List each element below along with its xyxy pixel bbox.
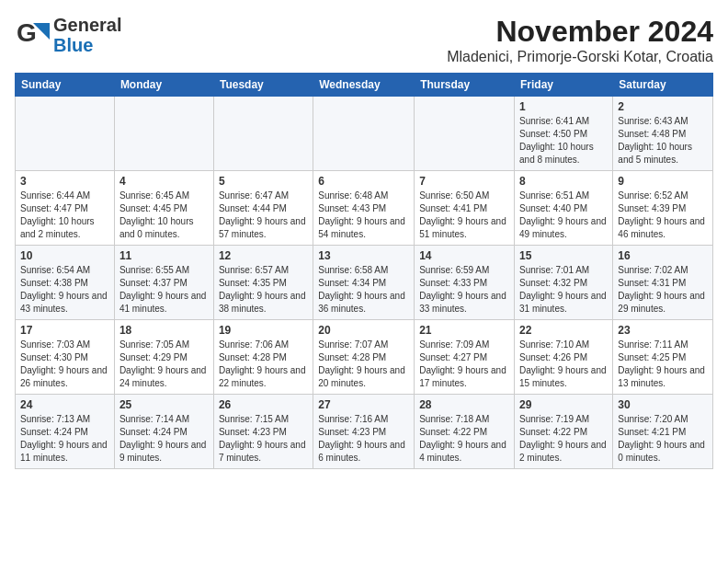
day-number: 9 [618, 175, 708, 188]
calendar-day-cell [114, 97, 213, 171]
day-number: 24 [20, 398, 109, 411]
day-number: 26 [219, 398, 308, 411]
day-number: 10 [20, 249, 109, 262]
calendar-day-cell: 11Sunrise: 6:55 AMSunset: 4:37 PMDayligh… [114, 246, 213, 320]
day-number: 25 [119, 398, 209, 411]
day-info: Sunrise: 6:44 AMSunset: 4:47 PMDaylight:… [20, 190, 109, 241]
calendar-day-cell: 26Sunrise: 7:15 AMSunset: 4:23 PMDayligh… [213, 395, 313, 469]
day-number: 17 [20, 324, 109, 337]
calendar-subtitle: Mladenici, Primorje-Gorski Kotar, Croati… [447, 49, 713, 65]
calendar-day-cell: 21Sunrise: 7:09 AMSunset: 4:27 PMDayligh… [415, 320, 515, 395]
calendar-day-cell [313, 97, 415, 171]
day-number: 16 [618, 249, 708, 262]
calendar-day-cell: 23Sunrise: 7:11 AMSunset: 4:25 PMDayligh… [613, 320, 713, 395]
calendar-day-cell: 2Sunrise: 6:43 AMSunset: 4:48 PMDaylight… [613, 97, 713, 171]
calendar-day-cell: 18Sunrise: 7:05 AMSunset: 4:29 PMDayligh… [114, 320, 213, 395]
calendar-header-row: SundayMondayTuesdayWednesdayThursdayFrid… [16, 74, 713, 97]
day-number: 13 [318, 249, 409, 262]
day-number: 5 [219, 175, 308, 188]
day-info: Sunrise: 6:59 AMSunset: 4:33 PMDaylight:… [419, 264, 509, 316]
day-info: Sunrise: 7:07 AMSunset: 4:28 PMDaylight:… [318, 339, 409, 390]
calendar-day-cell: 8Sunrise: 6:51 AMSunset: 4:40 PMDaylight… [515, 171, 613, 246]
calendar-day-header: Sunday [16, 74, 115, 97]
day-number: 22 [519, 324, 608, 337]
calendar-day-cell: 4Sunrise: 6:45 AMSunset: 4:45 PMDaylight… [114, 171, 213, 246]
day-number: 23 [618, 324, 708, 337]
calendar-day-cell: 27Sunrise: 7:16 AMSunset: 4:23 PMDayligh… [313, 395, 415, 469]
calendar-day-cell: 24Sunrise: 7:13 AMSunset: 4:24 PMDayligh… [16, 395, 115, 469]
calendar-week-row: 17Sunrise: 7:03 AMSunset: 4:30 PMDayligh… [16, 320, 713, 395]
day-number: 2 [618, 100, 708, 113]
day-info: Sunrise: 7:03 AMSunset: 4:30 PMDaylight:… [20, 339, 109, 390]
day-info: Sunrise: 7:16 AMSunset: 4:23 PMDaylight:… [318, 413, 409, 465]
calendar-day-cell: 13Sunrise: 6:58 AMSunset: 4:34 PMDayligh… [313, 246, 415, 320]
calendar-day-cell: 17Sunrise: 7:03 AMSunset: 4:30 PMDayligh… [16, 320, 115, 395]
day-info: Sunrise: 7:15 AMSunset: 4:23 PMDaylight:… [219, 413, 308, 465]
day-number: 20 [318, 324, 409, 337]
day-info: Sunrise: 7:20 AMSunset: 4:21 PMDaylight:… [618, 413, 708, 465]
logo-icon: G [15, 16, 50, 54]
day-number: 28 [419, 398, 509, 411]
calendar-day-cell: 1Sunrise: 6:41 AMSunset: 4:50 PMDaylight… [515, 97, 613, 171]
logo: G General Blue [15, 15, 121, 55]
day-info: Sunrise: 7:18 AMSunset: 4:22 PMDaylight:… [419, 413, 509, 465]
day-info: Sunrise: 6:57 AMSunset: 4:35 PMDaylight:… [219, 264, 308, 316]
day-info: Sunrise: 7:11 AMSunset: 4:25 PMDaylight:… [618, 339, 708, 390]
day-number: 7 [419, 175, 509, 188]
day-number: 12 [219, 249, 308, 262]
logo-text: General Blue [53, 15, 121, 55]
day-info: Sunrise: 6:50 AMSunset: 4:41 PMDaylight:… [419, 190, 509, 241]
calendar-day-cell: 14Sunrise: 6:59 AMSunset: 4:33 PMDayligh… [415, 246, 515, 320]
day-info: Sunrise: 7:19 AMSunset: 4:22 PMDaylight:… [519, 413, 608, 465]
day-info: Sunrise: 6:58 AMSunset: 4:34 PMDaylight:… [318, 264, 409, 316]
calendar-week-row: 1Sunrise: 6:41 AMSunset: 4:50 PMDaylight… [16, 97, 713, 171]
calendar-day-header: Wednesday [313, 74, 415, 97]
calendar-day-cell: 16Sunrise: 7:02 AMSunset: 4:31 PMDayligh… [613, 246, 713, 320]
day-number: 8 [519, 175, 608, 188]
calendar-day-cell: 30Sunrise: 7:20 AMSunset: 4:21 PMDayligh… [613, 395, 713, 469]
calendar-day-cell [16, 97, 115, 171]
calendar-day-cell: 28Sunrise: 7:18 AMSunset: 4:22 PMDayligh… [415, 395, 515, 469]
calendar-day-cell: 7Sunrise: 6:50 AMSunset: 4:41 PMDaylight… [415, 171, 515, 246]
calendar-day-cell: 15Sunrise: 7:01 AMSunset: 4:32 PMDayligh… [515, 246, 613, 320]
calendar-day-header: Thursday [415, 74, 515, 97]
day-number: 15 [519, 249, 608, 262]
calendar-day-cell: 22Sunrise: 7:10 AMSunset: 4:26 PMDayligh… [515, 320, 613, 395]
calendar-week-row: 3Sunrise: 6:44 AMSunset: 4:47 PMDaylight… [16, 171, 713, 246]
calendar-day-cell: 19Sunrise: 7:06 AMSunset: 4:28 PMDayligh… [213, 320, 313, 395]
calendar-day-cell: 6Sunrise: 6:48 AMSunset: 4:43 PMDaylight… [313, 171, 415, 246]
calendar-day-cell: 9Sunrise: 6:52 AMSunset: 4:39 PMDaylight… [613, 171, 713, 246]
day-info: Sunrise: 7:14 AMSunset: 4:24 PMDaylight:… [119, 413, 209, 465]
calendar-day-cell: 3Sunrise: 6:44 AMSunset: 4:47 PMDaylight… [16, 171, 115, 246]
day-number: 21 [419, 324, 509, 337]
day-info: Sunrise: 7:09 AMSunset: 4:27 PMDaylight:… [419, 339, 509, 390]
calendar-day-header: Tuesday [213, 74, 313, 97]
day-number: 29 [519, 398, 608, 411]
calendar-day-cell: 5Sunrise: 6:47 AMSunset: 4:44 PMDaylight… [213, 171, 313, 246]
calendar-day-cell: 25Sunrise: 7:14 AMSunset: 4:24 PMDayligh… [114, 395, 213, 469]
day-info: Sunrise: 6:43 AMSunset: 4:48 PMDaylight:… [618, 115, 708, 167]
calendar-day-header: Friday [515, 74, 613, 97]
calendar-day-header: Monday [114, 74, 213, 97]
calendar-day-cell [213, 97, 313, 171]
day-info: Sunrise: 6:54 AMSunset: 4:38 PMDaylight:… [20, 264, 109, 316]
day-info: Sunrise: 6:48 AMSunset: 4:43 PMDaylight:… [318, 190, 409, 241]
svg-text:G: G [17, 18, 37, 47]
calendar-week-row: 24Sunrise: 7:13 AMSunset: 4:24 PMDayligh… [16, 395, 713, 469]
calendar-title: November 2024 [447, 15, 713, 49]
day-number: 19 [219, 324, 308, 337]
calendar-week-row: 10Sunrise: 6:54 AMSunset: 4:38 PMDayligh… [16, 246, 713, 320]
day-number: 3 [20, 175, 109, 188]
calendar-day-cell: 29Sunrise: 7:19 AMSunset: 4:22 PMDayligh… [515, 395, 613, 469]
day-number: 4 [119, 175, 209, 188]
day-info: Sunrise: 6:52 AMSunset: 4:39 PMDaylight:… [618, 190, 708, 241]
day-info: Sunrise: 6:45 AMSunset: 4:45 PMDaylight:… [119, 190, 209, 241]
day-info: Sunrise: 6:47 AMSunset: 4:44 PMDaylight:… [219, 190, 308, 241]
day-info: Sunrise: 7:05 AMSunset: 4:29 PMDaylight:… [119, 339, 209, 390]
day-number: 18 [119, 324, 209, 337]
day-info: Sunrise: 7:06 AMSunset: 4:28 PMDaylight:… [219, 339, 308, 390]
page-header: G General Blue November 2024 Mladenici, … [15, 15, 713, 65]
calendar-day-header: Saturday [613, 74, 713, 97]
day-info: Sunrise: 6:55 AMSunset: 4:37 PMDaylight:… [119, 264, 209, 316]
day-info: Sunrise: 7:01 AMSunset: 4:32 PMDaylight:… [519, 264, 608, 316]
